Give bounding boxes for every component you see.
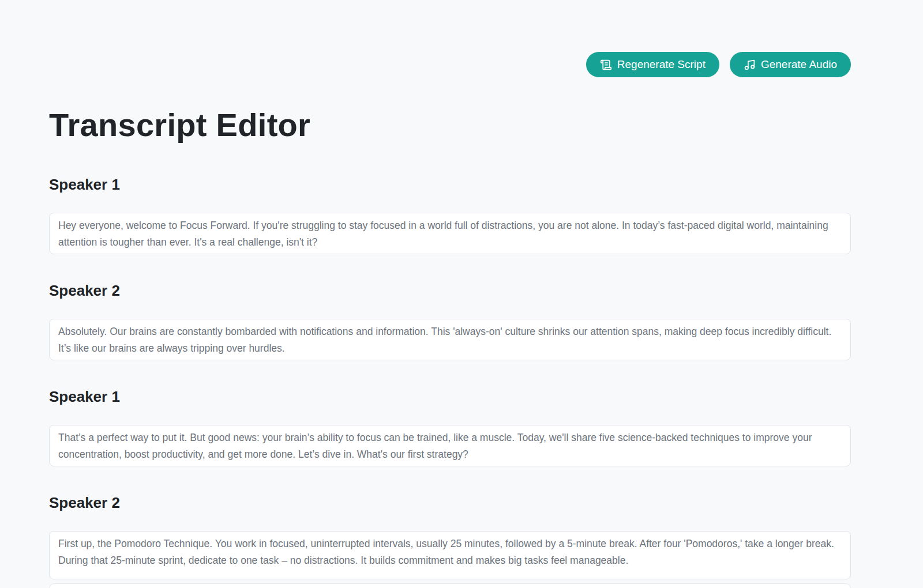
transcript-entry: Speaker 1 Hey everyone, welcome to Focus… xyxy=(49,176,851,254)
transcript-entry: Speaker 1 That’s a perfect way to put it… xyxy=(49,388,851,466)
transcript-textarea[interactable]: Absolutely. Our brains are constantly bo… xyxy=(49,319,851,360)
transcript-entry: Speaker 2 First up, the Pomodoro Techniq… xyxy=(49,494,851,579)
toolbar: Regenerate Script Generate Audio xyxy=(49,52,851,77)
speaker-heading: Speaker 1 xyxy=(49,176,851,194)
generate-audio-label: Generate Audio xyxy=(761,58,837,71)
transcript-textarea[interactable]: That’s a perfect way to put it. But good… xyxy=(49,425,851,466)
scroll-icon xyxy=(600,59,612,71)
transcript-textarea[interactable]: First up, the Pomodoro Technique. You wo… xyxy=(49,531,851,579)
page-title: Transcript Editor xyxy=(49,107,851,144)
speaker-heading: Speaker 1 xyxy=(49,388,851,406)
music-note-icon xyxy=(744,59,756,71)
generate-audio-button[interactable]: Generate Audio xyxy=(730,52,851,77)
regenerate-script-label: Regenerate Script xyxy=(617,58,706,71)
transcript-editor-page: Regenerate Script Generate Audio Transcr… xyxy=(49,0,851,588)
speaker-heading: Speaker 2 xyxy=(49,494,851,512)
transcript-entry: Speaker 2 Absolutely. Our brains are con… xyxy=(49,282,851,360)
next-transcript-box-partial[interactable] xyxy=(49,583,851,588)
transcript-textarea[interactable]: Hey everyone, welcome to Focus Forward. … xyxy=(49,213,851,254)
transcript-list: Speaker 1 Hey everyone, welcome to Focus… xyxy=(49,176,851,579)
speaker-heading: Speaker 2 xyxy=(49,282,851,300)
regenerate-script-button[interactable]: Regenerate Script xyxy=(586,52,719,77)
